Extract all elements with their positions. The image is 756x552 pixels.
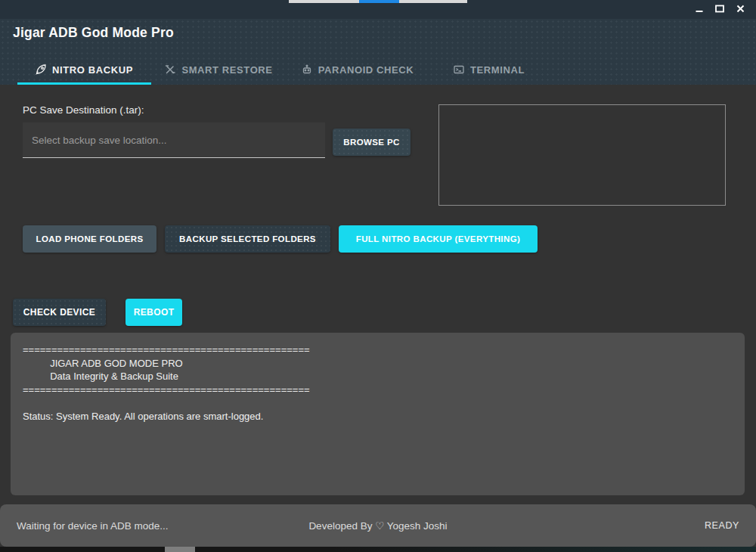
tab-label: TERMINAL (470, 64, 525, 76)
tab-label: SMART RESTORE (181, 64, 272, 76)
tab-nitro-backup[interactable]: NITRO BACKUP (17, 57, 151, 85)
window-controls (691, 2, 748, 17)
tab-label: NITRO BACKUP (52, 64, 133, 76)
top-strip-active-segment (359, 0, 399, 3)
close-icon (736, 4, 745, 15)
status-message: Waiting for device in ADB mode... (17, 520, 308, 532)
tab-bar: NITRO BACKUP SMART RESTORE (0, 57, 756, 85)
app-header: Jigar ADB God Mode Pro NITRO BACKUP SMA (0, 19, 756, 85)
destination-label: PC Save Destination (.tar): (23, 104, 144, 116)
ready-badge: READY (448, 520, 739, 531)
backup-selected-folders-button[interactable]: BACKUP SELECTED FOLDERS (165, 225, 330, 253)
load-phone-folders-button[interactable]: LOAD PHONE FOLDERS (23, 225, 156, 253)
log-output: ========================================… (11, 333, 745, 495)
minimize-icon (696, 4, 703, 15)
minimize-button[interactable] (691, 2, 708, 17)
nitro-backup-panel: PC Save Destination (.tar): BROWSE PC LO… (0, 85, 756, 509)
bottom-strip-segment (165, 547, 195, 552)
browse-pc-button[interactable]: BROWSE PC (333, 129, 411, 156)
robot-icon (302, 64, 312, 75)
developer-credit: Developed By ♡ Yogesh Joshi (308, 519, 447, 532)
rocket-icon (36, 64, 46, 75)
bottom-strip-tint (333, 547, 756, 552)
maximize-icon (715, 4, 724, 15)
tools-icon (165, 64, 175, 75)
reboot-button[interactable]: REBOOT (125, 299, 182, 326)
tab-label: PARANOID CHECK (318, 64, 414, 76)
full-nitro-backup-button[interactable]: FULL NITRO BACKUP (EVERYTHING) (339, 225, 538, 253)
phone-folder-list[interactable] (438, 104, 726, 206)
top-strip (289, 0, 467, 3)
destination-input[interactable] (23, 122, 325, 158)
tab-smart-restore[interactable]: SMART RESTORE (160, 57, 277, 85)
app-title: Jigar ADB God Mode Pro (13, 25, 174, 41)
tab-terminal[interactable]: TERMINAL (442, 57, 537, 85)
check-device-button[interactable]: CHECK DEVICE (13, 299, 106, 326)
terminal-icon (454, 64, 464, 75)
app-window: Jigar ADB God Mode Pro NITRO BACKUP SMA (0, 0, 756, 552)
close-button[interactable] (732, 2, 748, 17)
status-bar: Waiting for device in ADB mode... Develo… (0, 504, 756, 547)
tab-paranoid-check[interactable]: PARANOID CHECK (295, 57, 420, 85)
bottom-strip (0, 547, 756, 552)
maximize-button[interactable] (711, 2, 728, 17)
